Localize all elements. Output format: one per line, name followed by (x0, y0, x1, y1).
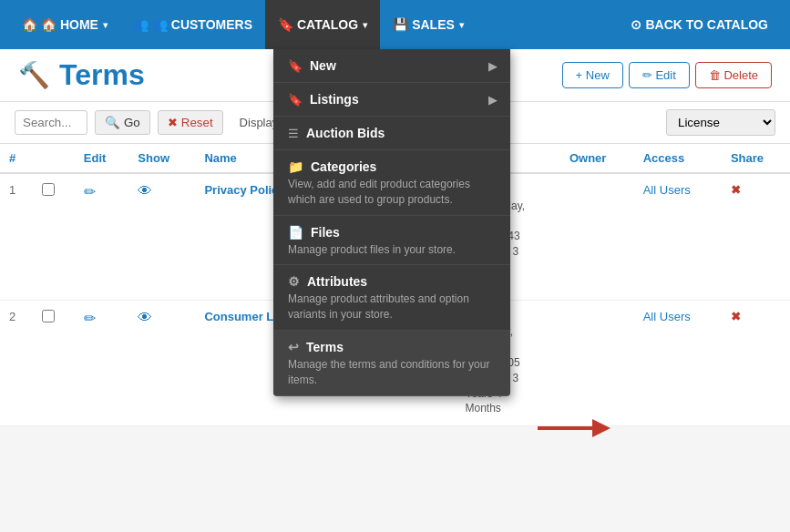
listings-icon: 🔖 (288, 93, 303, 107)
page-title: 🔨 Terms (18, 58, 145, 92)
row-2-edit-cell: ✏ (75, 300, 129, 426)
action-buttons: + New ✏ Edit 🗑 Delete (562, 62, 772, 88)
nav-home-label: 🏠 HOME (41, 17, 98, 32)
new-arrow-icon: ▶ (488, 59, 498, 73)
terms-icon: ↩ (288, 340, 299, 354)
row-1-delete-icon[interactable]: ✖ (731, 183, 741, 197)
nav-home[interactable]: 🏠 🏠 HOME ▾ (9, 0, 120, 49)
row-1-checkbox[interactable] (42, 183, 55, 196)
col-num: # (0, 144, 33, 173)
catalog-caret: ▾ (363, 20, 367, 30)
menu-categories-desc: View, add and edit product categories wh… (288, 177, 496, 208)
row-1-show-icon[interactable]: 👁 (138, 183, 152, 199)
row-2-checkbox[interactable] (42, 310, 55, 322)
row-2-show-icon[interactable]: 👁 (138, 310, 152, 325)
attributes-icon: ⚙ (288, 274, 300, 289)
row-2-delete-icon[interactable]: ✖ (731, 310, 741, 323)
menu-new-label: New (310, 58, 336, 73)
back-to-catalog-button[interactable]: ⊙ BACK TO CATALOG (618, 0, 781, 49)
files-icon: 📄 (288, 225, 303, 240)
row-1-checkbox-cell (33, 173, 74, 300)
edit-button[interactable]: ✏ Edit (629, 62, 690, 88)
svg-marker-1 (592, 419, 610, 437)
auction-icon: ☰ (288, 127, 299, 140)
sales-caret: ▾ (459, 20, 464, 30)
listings-arrow-icon: ▶ (488, 93, 498, 107)
arrow-indicator (538, 410, 610, 446)
menu-item-categories[interactable]: 📁 Categories View, add and edit product … (273, 150, 510, 216)
row-2-num: 2 (0, 300, 33, 426)
row-1-edit-icon[interactable]: ✏ (84, 184, 96, 200)
menu-item-listings[interactable]: 🔖 Listings ▶ (273, 83, 510, 117)
license-select[interactable]: License (666, 109, 775, 136)
delete-button[interactable]: 🗑 Delete (695, 62, 772, 88)
col-show: Show (128, 144, 195, 173)
col-share: Share (722, 144, 790, 173)
nav-catalog-label: CATALOG (297, 17, 358, 32)
row-2-edit-icon[interactable]: ✏ (84, 311, 96, 326)
home-icon: 🏠 (22, 17, 37, 32)
display-label: Display (240, 116, 279, 129)
row-1-edit-cell: ✏ (75, 173, 129, 300)
nav-customers-label: 👥 CUSTOMERS (152, 17, 252, 32)
menu-files-label: Files (311, 225, 340, 240)
nav-sales-label: SALES (412, 17, 455, 32)
row-2-owner-cell (560, 300, 634, 426)
menu-item-files[interactable]: 📄 Files Manage product files in your sto… (273, 216, 510, 266)
menu-listings-label: Listings (310, 92, 359, 107)
catalog-dropdown-menu: 🔖 New ▶ 🔖 Listings ▶ ☰ Auction Bids 📁 Ca… (273, 49, 510, 396)
search-icon: 🔍 (105, 116, 120, 129)
home-caret: ▾ (103, 20, 108, 30)
row-1-access: All Users (643, 183, 691, 197)
top-nav: 🏠 🏠 HOME ▾ 👥 👥 CUSTOMERS 🔖 CATALOG ▾ 💾 S… (0, 0, 790, 49)
reset-label: Reset (181, 116, 213, 129)
row-1-share-cell: ✖ (722, 173, 790, 300)
new-menu-icon: 🔖 (288, 59, 303, 73)
menu-auction-label: Auction Bids (306, 126, 385, 140)
row-1-show-cell: 👁 (128, 173, 195, 300)
customers-icon: 👥 (133, 17, 149, 32)
menu-terms-desc: Manage the terms and conditions for your… (288, 357, 496, 388)
reset-x-icon: ✖ (168, 116, 178, 129)
go-label: Go (124, 116, 140, 129)
categories-icon: 📁 (288, 159, 303, 174)
row-1-access-cell: All Users (634, 173, 722, 300)
col-access: Access (634, 144, 722, 173)
go-button[interactable]: 🔍 Go (95, 110, 150, 135)
row-1-owner-cell (560, 173, 634, 300)
catalog-icon: 🔖 (278, 17, 293, 32)
menu-terms-label: Terms (306, 340, 344, 354)
new-button[interactable]: + New (562, 62, 623, 88)
row-2-access: All Users (643, 310, 691, 323)
back-icon: ⊙ (631, 17, 641, 32)
menu-item-attributes[interactable]: ⚙ Attributes Manage product attributes a… (273, 265, 510, 331)
row-2-checkbox-cell (33, 300, 74, 426)
row-2-show-cell: 👁 (128, 300, 195, 426)
row-1-num: 1 (0, 173, 33, 300)
col-owner: Owner (560, 144, 634, 173)
menu-item-terms[interactable]: ↩ Terms Manage the terms and conditions … (273, 331, 510, 396)
nav-sales[interactable]: 💾 SALES ▾ (380, 0, 477, 49)
nav-catalog[interactable]: 🔖 CATALOG ▾ (265, 0, 380, 49)
sales-icon: 💾 (393, 17, 408, 32)
menu-attributes-desc: Manage product attributes and option var… (288, 292, 496, 322)
menu-files-desc: Manage product files in your store. (288, 242, 496, 258)
menu-attributes-label: Attributes (307, 274, 367, 289)
menu-item-auction-bids[interactable]: ☰ Auction Bids (273, 117, 510, 150)
row-2-access-cell: All Users (634, 300, 722, 426)
reset-button[interactable]: ✖ Reset (158, 110, 223, 135)
row-2-share-cell: ✖ (722, 300, 790, 426)
col-checkbox (33, 144, 74, 173)
col-edit: Edit (75, 144, 129, 173)
menu-item-new[interactable]: 🔖 New ▶ (273, 49, 510, 83)
menu-categories-label: Categories (311, 159, 376, 174)
page-title-text: Terms (59, 58, 145, 92)
search-input[interactable] (15, 110, 87, 135)
back-to-catalog-label: BACK TO CATALOG (645, 17, 768, 32)
hammer-icon: 🔨 (18, 60, 50, 90)
nav-customers[interactable]: 👥 👥 CUSTOMERS (120, 0, 265, 49)
